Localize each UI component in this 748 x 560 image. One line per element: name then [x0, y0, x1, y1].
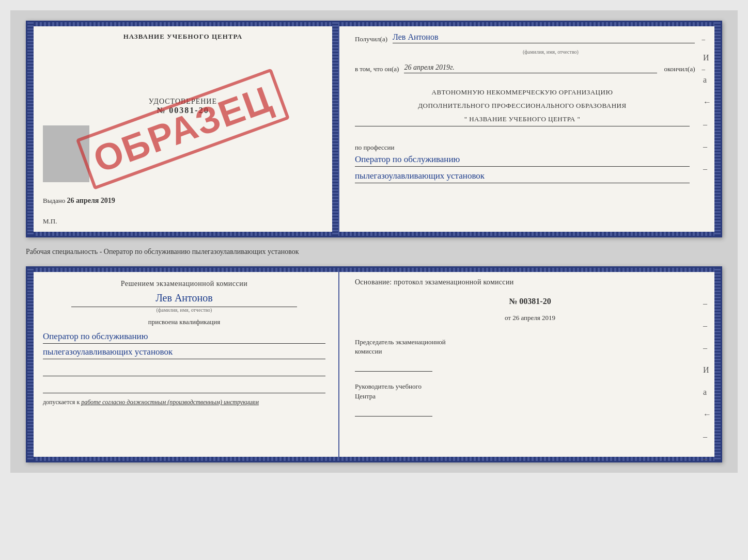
chairman-label2: комиссии	[355, 347, 382, 355]
dash1: –	[702, 35, 705, 43]
top-doc-title: НАЗВАНИЕ УЧЕБНОГО ЦЕНТРА	[123, 33, 243, 41]
protocol-date-value: 26 апреля 2019	[512, 314, 555, 322]
v-dash-6: –	[703, 164, 711, 173]
protocol-date: от 26 апреля 2019	[355, 314, 705, 322]
received-label: Получил(а)	[355, 35, 387, 43]
assigned-label: присвоена квалификация	[43, 318, 325, 326]
profession-line2: пылегазоулавливающих установок	[355, 171, 690, 183]
profession-line1: Оператор по обслуживанию	[355, 154, 690, 167]
org-block: АВТОНОМНУЮ НЕКОММЕРЧЕСКУЮ ОРГАНИЗАЦИЮ ДО…	[355, 85, 705, 129]
bottom-doc-right: Основание: протокол экзаменационной коми…	[339, 268, 721, 461]
b-v-dash-3: –	[703, 343, 711, 353]
head-sig-line	[355, 404, 432, 417]
in-that-row: в том, что он(а) 26 апреля 2019г. окончи…	[355, 63, 705, 73]
v-dash-а: а	[703, 75, 711, 85]
b-v-dash-1: –	[703, 299, 711, 308]
v-dash-left: ←	[703, 98, 711, 107]
top-document: НАЗВАНИЕ УЧЕБНОГО ЦЕНТРА ОБРАЗЕЦ УДОСТОВ…	[26, 21, 722, 237]
b-v-dash-left: ←	[703, 410, 711, 419]
issued-date: 26 апреля 2019	[67, 197, 115, 204]
b-v-dash-И: И	[703, 365, 711, 375]
received-row: Получил(а) Лев Антонов –	[355, 33, 705, 43]
received-hint: (фамилия, имя, отчество)	[396, 49, 705, 55]
top-doc-left: НАЗВАНИЕ УЧЕБНОГО ЦЕНТРА ОБРАЗЕЦ УДОСТОВ…	[27, 22, 339, 236]
head-label2: Центра	[355, 392, 376, 400]
in-that-label: в том, что он(а)	[355, 65, 399, 73]
bottom-doc-left: Решением экзаменационной комиссии Лев Ан…	[27, 268, 339, 461]
obrazets-stamp: ОБРАЗЕЦ	[76, 68, 290, 190]
v-dash-5: –	[703, 142, 711, 151]
head-label1: Руководитель учебного	[355, 382, 422, 390]
bottom-document: Решением экзаменационной комиссии Лев Ан…	[26, 266, 722, 462]
issued-line: Выдано 26 апреля 2019	[43, 197, 331, 205]
blank-line2	[43, 380, 325, 393]
completed-label: окончил(а)	[664, 65, 695, 73]
profession-block: по профессии Оператор по обслуживанию пы…	[355, 139, 705, 183]
org-line1: АВТОНОМНУЮ НЕКОММЕРЧЕСКУЮ ОРГАНИЗАЦИЮ	[355, 87, 690, 98]
top-doc-right: Получил(а) Лев Антонов – (фамилия, имя, …	[339, 22, 721, 236]
page-container: НАЗВАНИЕ УЧЕБНОГО ЦЕНТРА ОБРАЗЕЦ УДОСТОВ…	[10, 10, 738, 473]
completed-date: 26 апреля 2019г.	[404, 63, 454, 71]
chairman-block: Председатель экзаменационной комиссии	[355, 338, 705, 372]
b-v-dash-а: а	[703, 388, 711, 397]
blank-line1	[43, 363, 325, 376]
issued-label: Выдано	[43, 197, 65, 204]
head-block: Руководитель учебного Центра	[355, 382, 705, 416]
org-line2: ДОПОЛНИТЕЛЬНОГО ПРОФЕССИОНАЛЬНОГО ОБРАЗО…	[355, 101, 690, 111]
decision-text: Решением экзаменационной комиссии	[43, 278, 325, 290]
chairman-label1: Председатель экзаменационной	[355, 338, 446, 346]
right-dashes-bottom: – – – И а ← – –	[703, 299, 711, 463]
chairman-sig-line	[355, 359, 432, 372]
v-dash-4: –	[703, 120, 711, 129]
qualification-line2: пылегазоулавливающих установок	[43, 347, 325, 359]
b-v-dash-5: –	[703, 454, 711, 463]
qualification-line1: Оператор по обслуживанию	[43, 331, 325, 344]
person-name: Лев Антонов	[43, 292, 325, 304]
допускается-value: работе согласно должностным (производств…	[81, 398, 259, 406]
name-hint: (фамилия, имя, отчество)	[43, 307, 325, 313]
right-dashes-top: И а ← – – –	[703, 53, 711, 173]
between-label: Рабочая специальность - Оператор по обсл…	[26, 245, 722, 259]
mp-label: М.П.	[43, 217, 57, 226]
b-v-dash-2: –	[703, 321, 711, 330]
head-label: Руководитель учебного Центра	[355, 382, 705, 401]
protocol-number: № 00381-20	[355, 297, 705, 306]
basis-label: Основание: протокол экзаменационной коми…	[355, 278, 705, 286]
profession-label: по профессии	[355, 143, 690, 152]
chairman-label: Председатель экзаменационной комиссии	[355, 338, 705, 356]
org-line3: " НАЗВАНИЕ УЧЕБНОГО ЦЕНТРА "	[355, 114, 690, 127]
допускается-label: допускается к	[43, 398, 80, 406]
signatures-block: Председатель экзаменационной комиссии Ру…	[355, 332, 705, 417]
v-dash-И: И	[703, 53, 711, 62]
protocol-date-prefix: от	[505, 314, 511, 322]
допускается-block: допускается к работе согласно должностны…	[43, 398, 325, 406]
b-v-dash-4: –	[703, 432, 711, 441]
received-name: Лев Антонов	[393, 33, 438, 42]
